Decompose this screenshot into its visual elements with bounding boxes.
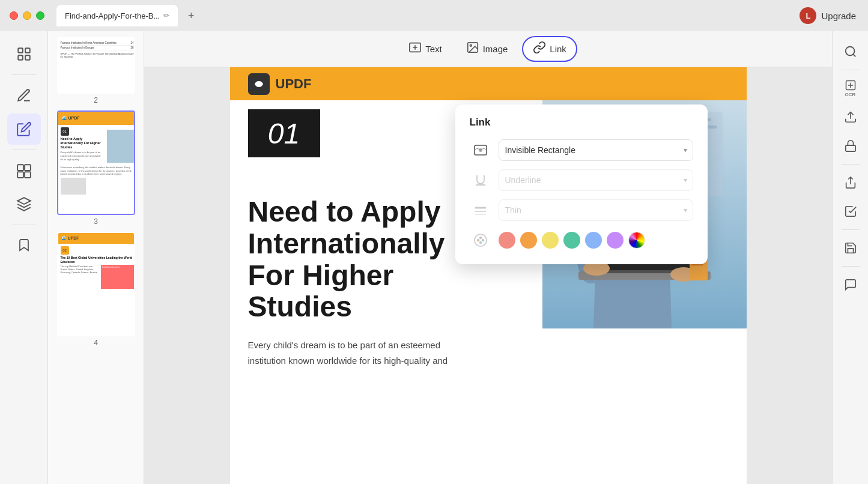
tab-area: Find-and-Apply-For-the-B... ✏ + bbox=[56, 5, 199, 26]
organize-toolbar-item[interactable] bbox=[7, 155, 41, 186]
link-thickness-row: Thin ▾ bbox=[470, 199, 693, 221]
thickness-icon bbox=[470, 199, 491, 221]
active-tab[interactable]: Find-and-Apply-For-the-B... ✏ bbox=[56, 5, 178, 26]
text-tab-label: Text bbox=[425, 44, 442, 54]
thumbnail-panel: Famous Institutes In North American Coun… bbox=[48, 31, 144, 484]
svg-rect-5 bbox=[25, 165, 31, 171]
upgrade-area: L Upgrade bbox=[800, 7, 856, 24]
pdf-header: UPDF bbox=[230, 67, 747, 100]
ocr-label: OCR bbox=[845, 92, 856, 97]
svg-point-44 bbox=[845, 47, 854, 56]
right-divider-3 bbox=[842, 229, 860, 230]
image-icon bbox=[466, 41, 479, 57]
thumb-num-3: 3 bbox=[94, 217, 98, 226]
svg-rect-4 bbox=[17, 165, 23, 171]
color-teal[interactable] bbox=[563, 232, 580, 249]
minimize-button[interactable] bbox=[23, 11, 31, 20]
link-panel-title: Link bbox=[470, 116, 693, 129]
search-sidebar-button[interactable] bbox=[837, 38, 864, 65]
thumbnail-4[interactable]: 🌊 UPDF 02 The 10 Best Global Universitie… bbox=[54, 232, 138, 347]
text-icon bbox=[408, 41, 422, 57]
svg-point-41 bbox=[482, 240, 484, 241]
page-number-badge: 01 bbox=[248, 109, 320, 157]
underline-icon bbox=[470, 169, 491, 191]
divider-3 bbox=[12, 225, 36, 225]
ocr-sidebar-button[interactable]: OCR bbox=[837, 75, 864, 101]
image-tab-label: Image bbox=[483, 44, 508, 54]
tab-edit-icon[interactable]: ✏ bbox=[163, 11, 169, 20]
top-toolbar: Text Image bbox=[144, 31, 832, 67]
content-area: Text Image bbox=[144, 31, 832, 484]
svg-point-39 bbox=[475, 234, 487, 246]
lock-sidebar-button[interactable] bbox=[837, 133, 864, 159]
right-divider-4 bbox=[842, 266, 860, 267]
tab-title: Find-and-Apply-For-the-B... bbox=[65, 11, 160, 20]
user-avatar[interactable]: L bbox=[800, 7, 816, 24]
right-sidebar: OCR bbox=[832, 31, 868, 484]
bookmark-toolbar-item[interactable] bbox=[7, 230, 41, 261]
shape-select-wrapper[interactable]: Invisible Rectangle ▾ bbox=[499, 139, 693, 161]
traffic-lights bbox=[10, 11, 44, 20]
link-color-row bbox=[470, 229, 693, 251]
right-divider-1 bbox=[842, 70, 860, 70]
color-purple[interactable] bbox=[607, 232, 624, 249]
save-sidebar-button[interactable] bbox=[837, 235, 864, 261]
svg-rect-48 bbox=[845, 145, 855, 151]
svg-rect-2 bbox=[18, 55, 23, 60]
thumbnail-2[interactable]: Famous Institutes In North American Coun… bbox=[54, 37, 138, 104]
right-divider-2 bbox=[842, 164, 860, 165]
main-container: Famous Institutes In North American Coun… bbox=[0, 31, 868, 484]
link-panel: Link Invisible Rectangle bbox=[455, 104, 708, 264]
shape-icon bbox=[470, 139, 491, 161]
divider-2 bbox=[12, 150, 36, 150]
svg-point-43 bbox=[477, 240, 479, 241]
link-icon bbox=[533, 41, 546, 57]
title-bar: Find-and-Apply-For-the-B... ✏ + L Upgrad… bbox=[0, 0, 868, 31]
link-tab[interactable]: Link bbox=[522, 36, 577, 62]
annotation-toolbar-item[interactable] bbox=[7, 80, 41, 111]
updf-logo-icon bbox=[248, 73, 270, 95]
shape-select[interactable]: Invisible Rectangle bbox=[499, 139, 693, 161]
svg-point-11 bbox=[470, 44, 472, 46]
color-yellow[interactable] bbox=[542, 232, 559, 249]
underline-select-wrapper: Underline ▾ bbox=[499, 169, 693, 191]
close-button[interactable] bbox=[10, 11, 18, 20]
convert-sidebar-button[interactable] bbox=[837, 104, 864, 130]
color-orange[interactable] bbox=[520, 232, 537, 249]
divider-1 bbox=[12, 74, 36, 75]
svg-rect-6 bbox=[17, 172, 23, 178]
add-tab-button[interactable]: + bbox=[183, 7, 199, 24]
share-sidebar-button[interactable] bbox=[837, 169, 864, 196]
page-number: 01 bbox=[268, 117, 300, 150]
upgrade-button[interactable]: Upgrade bbox=[821, 11, 856, 21]
maximize-button[interactable] bbox=[36, 11, 44, 20]
comment-sidebar-button[interactable] bbox=[837, 271, 864, 298]
color-palette-icon bbox=[470, 229, 491, 251]
text-tab[interactable]: Text bbox=[399, 37, 452, 61]
pdf-body-text: Every child's dream is to be part of an … bbox=[248, 337, 506, 368]
underline-select-display: Underline bbox=[499, 169, 693, 191]
svg-marker-8 bbox=[17, 198, 31, 204]
color-multicolor[interactable] bbox=[628, 232, 645, 249]
form-sidebar-button[interactable] bbox=[837, 198, 864, 225]
pdf-logo-text: UPDF bbox=[276, 76, 312, 92]
svg-rect-0 bbox=[18, 48, 23, 53]
svg-rect-3 bbox=[25, 55, 30, 60]
layers-toolbar-item[interactable] bbox=[7, 189, 41, 220]
link-underline-row: Underline ▾ bbox=[470, 169, 693, 191]
thickness-select-wrapper: Thin ▾ bbox=[499, 199, 693, 221]
left-toolbar bbox=[0, 31, 48, 484]
color-swatches bbox=[499, 232, 693, 249]
thumb-num-4: 4 bbox=[94, 339, 98, 347]
svg-point-40 bbox=[479, 237, 481, 239]
link-tab-label: Link bbox=[550, 44, 566, 54]
color-blue[interactable] bbox=[585, 232, 602, 249]
svg-rect-1 bbox=[25, 48, 30, 53]
image-tab[interactable]: Image bbox=[457, 37, 518, 61]
color-pink[interactable] bbox=[499, 232, 515, 249]
thumbnail-3[interactable]: 🌊 UPDF 01 Need to Apply Internationally … bbox=[54, 110, 138, 226]
pages-toolbar-item[interactable] bbox=[7, 38, 41, 70]
link-shape-row: Invisible Rectangle ▾ bbox=[470, 139, 693, 161]
edit-toolbar-item[interactable] bbox=[7, 113, 41, 145]
svg-line-45 bbox=[853, 54, 855, 56]
